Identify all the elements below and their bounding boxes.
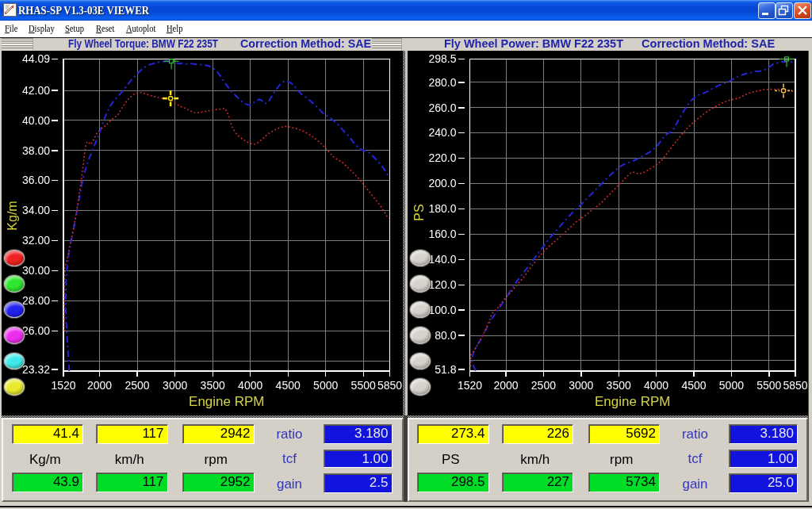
svg-text:4500: 4500 [681, 379, 706, 392]
svg-text:1520: 1520 [51, 379, 75, 392]
svg-text:5850: 5850 [783, 379, 807, 392]
svg-text:42.00: 42.00 [22, 84, 50, 97]
svg-text:Engine RPM: Engine RPM [594, 394, 669, 409]
svg-text:5500: 5500 [756, 379, 781, 392]
svg-text:32.00: 32.00 [22, 234, 50, 247]
svg-text:3500: 3500 [201, 379, 225, 392]
svg-text:36.00: 36.00 [22, 174, 50, 186]
svg-text:260.0: 260.0 [428, 101, 456, 114]
svg-text:26.00: 26.00 [22, 324, 50, 337]
svg-text:3000: 3000 [163, 379, 187, 392]
svg-text:Engine RPM: Engine RPM [189, 394, 264, 409]
svg-text:23.32: 23.32 [22, 363, 50, 376]
svg-text:80.0: 80.0 [435, 329, 456, 342]
svg-text:5000: 5000 [313, 379, 338, 392]
svg-text:40.00: 40.00 [22, 114, 50, 127]
svg-text:220.0: 220.0 [428, 151, 456, 164]
svg-text:140.0: 140.0 [428, 253, 456, 266]
svg-text:2500: 2500 [125, 379, 150, 392]
svg-text:28.00: 28.00 [22, 294, 50, 307]
svg-text:2000: 2000 [87, 379, 112, 392]
svg-text:100.0: 100.0 [428, 304, 456, 316]
svg-text:160.0: 160.0 [428, 228, 456, 240]
svg-text:51.8: 51.8 [435, 363, 456, 376]
svg-text:38.00: 38.00 [22, 144, 50, 157]
svg-text:280.0: 280.0 [428, 76, 456, 89]
svg-text:4000: 4000 [644, 379, 668, 392]
svg-text:240.0: 240.0 [428, 126, 456, 139]
svg-text:5850: 5850 [377, 379, 402, 392]
svg-text:1520: 1520 [457, 379, 481, 392]
svg-text:34.00: 34.00 [22, 204, 50, 216]
svg-text:4500: 4500 [276, 379, 301, 392]
svg-text:298.5: 298.5 [428, 52, 456, 65]
svg-text:30.00: 30.00 [22, 264, 50, 277]
svg-text:200.0: 200.0 [428, 177, 456, 189]
svg-text:4000: 4000 [238, 379, 262, 392]
svg-text:5000: 5000 [718, 379, 743, 392]
svg-text:120.0: 120.0 [428, 278, 456, 291]
svg-text:5500: 5500 [351, 379, 376, 392]
svg-text:2000: 2000 [493, 379, 518, 392]
svg-text:3000: 3000 [569, 379, 593, 392]
svg-text:44.09: 44.09 [22, 52, 50, 65]
svg-text:2500: 2500 [530, 379, 555, 392]
svg-text:3500: 3500 [606, 379, 630, 392]
svg-text:180.0: 180.0 [428, 202, 456, 215]
